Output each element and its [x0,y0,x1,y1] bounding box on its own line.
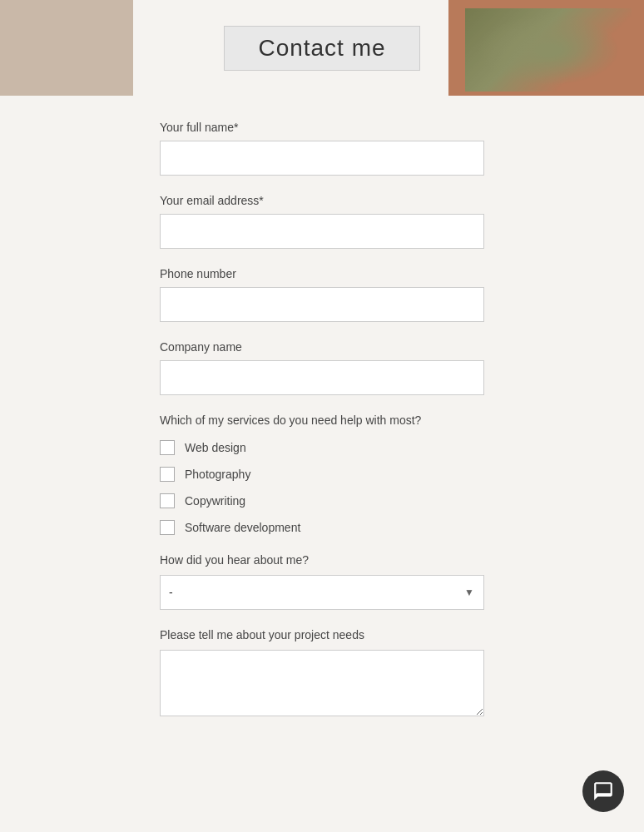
company-label: Company name [160,340,484,354]
checkbox-copywriting[interactable]: Copywriting [160,493,484,508]
checkbox-software-development-label: Software development [185,521,300,534]
hear-about-select[interactable]: - Google Social media Referral Other [160,575,484,610]
hero-title-box: Contact me [224,26,419,71]
phone-group: Phone number [160,267,484,322]
services-section: Which of my services do you need help wi… [160,414,484,535]
checkbox-web-design[interactable]: Web design [160,440,484,455]
hear-about-section: How did you hear about me? - Google Soci… [160,553,484,610]
email-label: Your email address* [160,194,484,207]
main-content: Your full name* Your email address* Phon… [0,96,644,771]
checkbox-software-development[interactable]: Software development [160,520,484,535]
email-input[interactable] [160,214,484,249]
checkbox-web-design-input[interactable] [160,440,175,455]
chat-icon [592,780,614,802]
hear-about-label: How did you hear about me? [160,553,484,567]
project-needs-section: Please tell me about your project needs [160,628,484,720]
checkbox-web-design-label: Web design [185,441,246,454]
project-needs-textarea[interactable] [160,650,484,716]
checkbox-photography[interactable]: Photography [160,467,484,482]
phone-label: Phone number [160,267,484,280]
checkbox-photography-label: Photography [185,468,250,481]
company-group: Company name [160,340,484,395]
full-name-group: Your full name* [160,121,484,176]
checkbox-copywriting-input[interactable] [160,493,175,508]
checkbox-photography-input[interactable] [160,467,175,482]
checkbox-software-development-input[interactable] [160,520,175,535]
email-group: Your email address* [160,194,484,249]
full-name-label: Your full name* [160,121,484,134]
hero-right-panel [448,0,644,96]
hero-section: Contact me [0,0,644,96]
project-needs-label: Please tell me about your project needs [160,628,484,641]
company-input[interactable] [160,360,484,395]
full-name-input[interactable] [160,141,484,176]
hero-left-panel [0,0,133,96]
page-title: Contact me [258,35,385,62]
checkbox-copywriting-label: Copywriting [185,494,245,508]
services-label: Which of my services do you need help wi… [160,414,484,427]
chat-button[interactable] [582,770,624,812]
hear-about-select-wrapper: - Google Social media Referral Other ▼ [160,575,484,610]
phone-input[interactable] [160,287,484,322]
